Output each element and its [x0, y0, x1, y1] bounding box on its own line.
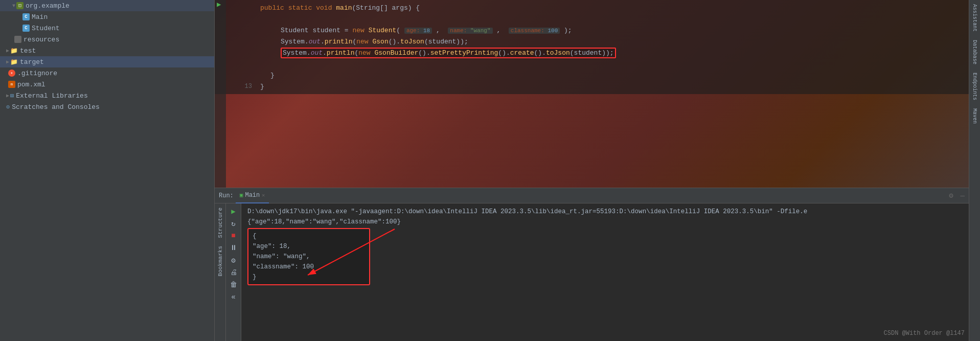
code-line-gson-pretty: System.out.println(new GsonBuilder().set…: [230, 47, 969, 58]
maven-tab[interactable]: Maven: [970, 104, 979, 128]
json-classname-text: "classname": 100: [253, 263, 314, 270]
code-line-student-init: Student student = new Student( age: 18 ,…: [230, 25, 969, 36]
line-num-13: 13: [234, 83, 252, 90]
pause-button[interactable]: ⏸: [228, 242, 239, 254]
sidebar-item-gitignore[interactable]: ✦ .gitignore: [0, 67, 214, 79]
code-line-blank1: [230, 13, 969, 25]
external-libs-label: External Libraries: [16, 92, 87, 100]
code-line-13: 13 }: [230, 81, 969, 92]
editor-content: ▶ public static void main(String[] args)…: [215, 0, 969, 188]
package-icon: ◫: [16, 2, 24, 9]
pom-label: pom.xml: [17, 81, 45, 88]
main-label: Main: [32, 13, 48, 21]
json-classname: "classname": 100: [253, 262, 365, 272]
pretty-json-box: { "age": 18, "name": "wang", "classname"…: [247, 228, 370, 285]
sidebar-item-main[interactable]: C Main: [0, 11, 214, 22]
run-controls: ▶ ↻ ■ ⏸ ⚙ 🖨 🗑 «: [226, 203, 241, 341]
folder-icon-test: 📁: [10, 47, 18, 55]
rerun-button[interactable]: ↻: [228, 218, 239, 229]
collapse-button[interactable]: «: [228, 291, 239, 303]
run-tab-main[interactable]: ▣ Main ✕: [236, 188, 269, 203]
json-age: "age": 18,: [253, 241, 365, 252]
output-area: D:\down\jdk17\bin\java.exe "-javaagent:D…: [241, 203, 969, 341]
java-icon-student: C: [22, 25, 30, 32]
param-classname: classname: 100: [509, 28, 560, 34]
json-name-text: "name": "wang",: [253, 253, 310, 260]
scratch-icon: ⊙: [6, 103, 10, 111]
sidebar-item-pom[interactable]: m pom.xml: [0, 79, 214, 90]
highlighted-code-box: System.out.println(new GsonBuilder().set…: [281, 48, 616, 58]
sidebar-item-target[interactable]: ▶ 📁 target: [0, 56, 214, 67]
xml-icon: m: [8, 81, 15, 88]
org-example-label: org.example: [26, 2, 70, 10]
minimize-icon[interactable]: —: [961, 192, 965, 200]
print-button[interactable]: 🖨: [228, 267, 239, 278]
gitignore-label: .gitignore: [17, 70, 57, 77]
main-container: ▼ ◫ org.example C Main C Student resourc…: [0, 0, 980, 341]
watermark: CSDN @With Order @l147: [884, 330, 965, 337]
sidebar-item-scratches[interactable]: ⊙ Scratches and Consoles: [0, 101, 214, 112]
code-line-1: public static void main(String[] args) {: [230, 2, 969, 13]
folder-icon-target: 📁: [10, 58, 18, 66]
tree-arrow-target: ▶: [6, 59, 9, 65]
sidebar-item-student[interactable]: C Student: [0, 22, 214, 34]
right-sidebar: Assistant Database Endpoints Maven: [969, 0, 980, 341]
json-age-text: "age": 18,: [253, 243, 291, 250]
scratches-label: Scratches and Consoles: [12, 103, 100, 111]
play-button[interactable]: ▶: [228, 206, 239, 217]
cmd-text: D:\down\jdk17\bin\java.exe "-javaagent:D…: [247, 208, 807, 215]
tree-arrow-org: ▼: [12, 3, 15, 9]
settings-run-btn[interactable]: ⚙: [228, 255, 239, 266]
sidebar-item-external-libs[interactable]: ▶ ⊞ External Libraries: [0, 90, 214, 101]
git-icon: ✦: [8, 70, 15, 77]
json-close: }: [253, 272, 365, 282]
target-label: target: [20, 58, 44, 66]
simple-json-text: {"age":18,"name":"wang","classname":100}: [247, 218, 401, 225]
left-vertical-tabs: Structure Bookmarks: [215, 203, 226, 341]
bottom-tabs-bar: Run: ▣ Main ✕ ⚙ —: [215, 188, 969, 203]
student-label: Student: [32, 25, 60, 32]
tab-controls: ⚙ —: [949, 191, 965, 200]
code-line-close1: }: [230, 70, 969, 81]
test-label: test: [20, 47, 36, 55]
run-indicator: ▶: [217, 0, 221, 9]
sidebar-item-resources[interactable]: resources: [0, 34, 214, 45]
json-open: {: [253, 231, 365, 241]
libs-icon: ⊞: [10, 92, 14, 100]
java-icon-main: C: [22, 13, 30, 20]
command-output-line: D:\down\jdk17\bin\java.exe "-javaagent:D…: [247, 207, 963, 217]
simple-json-output: {"age":18,"name":"wang","classname":100}: [247, 217, 963, 227]
gutter-run: ▶: [215, 0, 226, 188]
param-age: age: 18: [404, 28, 432, 34]
run-tab-icon: ▣: [240, 192, 243, 198]
code-line-gson-simple: System.out.println(new Gson().toJson(stu…: [230, 36, 969, 47]
param-name: name: "wang": [448, 28, 492, 34]
sidebar-item-org-example[interactable]: ▼ ◫ org.example: [0, 0, 214, 11]
project-sidebar: ▼ ◫ org.example C Main C Student resourc…: [0, 0, 215, 341]
json-open-brace: {: [253, 233, 257, 240]
json-name: "name": "wang",: [253, 252, 365, 262]
bottom-panel: Run: ▣ Main ✕ ⚙ — Structure Bookmarks: [215, 188, 969, 341]
bookmarks-tab[interactable]: Bookmarks: [216, 242, 225, 280]
database-tab[interactable]: Database: [970, 36, 979, 69]
code-line-blank2: [230, 58, 969, 70]
assistant-tab[interactable]: Assistant: [970, 0, 979, 36]
tab-close-btn[interactable]: ✕: [262, 192, 265, 198]
structure-tab[interactable]: Structure: [216, 203, 225, 242]
json-close-brace: }: [253, 274, 257, 281]
resources-label: resources: [24, 36, 59, 43]
endpoints-tab[interactable]: Endpoints: [970, 69, 979, 104]
run-label: Run:: [219, 192, 234, 199]
tree-arrow-test: ▶: [6, 48, 9, 54]
resources-icon: [14, 36, 21, 43]
tree-arrow-libs: ▶: [6, 93, 9, 99]
code-editor: ▶ public static void main(String[] args)…: [215, 0, 969, 188]
settings-icon[interactable]: ⚙: [949, 191, 953, 200]
run-tab-label: Main: [245, 192, 260, 199]
trash-button[interactable]: 🗑: [228, 279, 239, 290]
sidebar-item-test[interactable]: ▶ 📁 test: [0, 45, 214, 56]
stop-button[interactable]: ■: [228, 230, 239, 241]
bottom-content: Structure Bookmarks ▶ ↻ ■ ⏸ ⚙ 🖨 🗑 «: [215, 203, 969, 341]
